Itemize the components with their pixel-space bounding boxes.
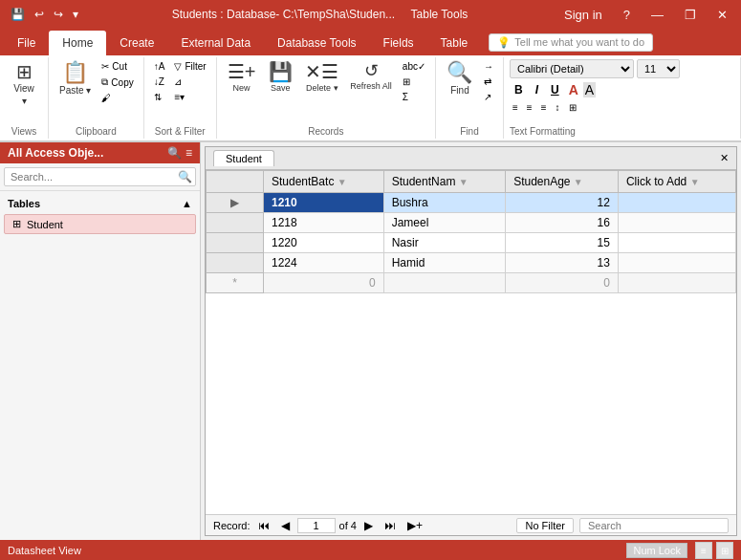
new-record-nav-button[interactable]: ▶+ (403, 518, 426, 533)
cell-age-2[interactable]: 16 (506, 213, 619, 233)
save-icon[interactable]: 💾 (8, 6, 28, 23)
table-tab-student[interactable]: Student (213, 150, 274, 166)
align-left-button[interactable]: ≡ (510, 101, 521, 114)
prev-record-button[interactable]: ◀ (277, 518, 294, 533)
cut-button[interactable]: ✂Cut (98, 59, 137, 74)
view-button[interactable]: ⊞ View ▾ (6, 59, 42, 109)
cell-add-4[interactable] (618, 253, 735, 273)
tab-database-tools[interactable]: Database Tools (264, 31, 370, 55)
tab-fields[interactable]: Fields (370, 31, 427, 55)
undo-icon[interactable]: ↩ (32, 6, 47, 23)
cell-name-1[interactable]: Bushra (383, 193, 505, 213)
tab-home[interactable]: Home (49, 31, 106, 55)
advanced-filter-button[interactable]: ≡▾ (170, 90, 209, 104)
tab-file[interactable]: File (4, 31, 49, 55)
left-panel-menu-icon[interactable]: ≡ (185, 146, 192, 160)
cell-age-4[interactable]: 13 (506, 253, 619, 273)
qa-dropdown-icon[interactable]: ▾ (70, 6, 81, 23)
toggle-filter-button[interactable]: ⊿ (170, 75, 209, 89)
row-selector-1[interactable]: ▶ (207, 193, 264, 213)
cell-age-1[interactable]: 12 (506, 193, 619, 213)
redo-icon[interactable]: ↪ (51, 6, 66, 23)
minimize-button[interactable]: — (645, 6, 669, 24)
col-header-studentbatch[interactable]: StudentBatc ▼ (264, 171, 384, 193)
font-color-button[interactable]: A (567, 82, 580, 97)
cell-add-2[interactable] (618, 213, 735, 233)
cell-add-1[interactable] (618, 193, 735, 213)
align-right-button[interactable]: ≡ (538, 101, 550, 114)
italic-button[interactable]: I (531, 80, 543, 99)
refresh-button[interactable]: ↺ Refresh All (345, 59, 397, 94)
cell-age-new[interactable]: 0 (506, 273, 619, 293)
delete-record-button[interactable]: ✕☰ Delete ▾ (300, 59, 343, 96)
last-record-button[interactable]: ⏭ (381, 518, 400, 533)
remove-sort-button[interactable]: ⇅ (150, 90, 169, 104)
highlight-button[interactable]: A (583, 82, 596, 97)
grid-view-icon[interactable]: ⊞ (716, 542, 733, 559)
cell-age-3[interactable]: 15 (506, 233, 619, 253)
gridlines-button[interactable]: ⊞ (566, 101, 579, 114)
new-record-button[interactable]: ☰+ New (223, 59, 261, 96)
table-row: 1224 Hamid 13 (207, 253, 736, 273)
select-icon: → (484, 61, 493, 72)
cell-name-3[interactable]: Nasir (383, 233, 505, 253)
no-filter-button[interactable]: No Filter (516, 518, 574, 533)
help-button[interactable]: ? (618, 6, 636, 24)
next-record-button[interactable]: ▶ (360, 518, 377, 533)
col-header-clicktoadd[interactable]: Click to Add ▼ (618, 171, 735, 193)
filter-button[interactable]: ▽ Filter (170, 59, 209, 74)
cell-name-new[interactable] (383, 273, 505, 293)
find-button[interactable]: 🔍 Find (442, 59, 478, 98)
totals-button[interactable]: Σ (399, 90, 429, 104)
copy-button[interactable]: ⧉Copy (98, 75, 137, 90)
datasheet[interactable]: StudentBatc ▼ StudentNam ▼ StudenAge ▼ C… (206, 170, 736, 514)
underline-button[interactable]: U (546, 80, 564, 99)
search-input[interactable] (579, 518, 729, 533)
first-record-button[interactable]: ⏮ (254, 518, 273, 533)
tab-table[interactable]: Table (427, 31, 482, 55)
more-records-button[interactable]: ⊞ (399, 75, 429, 89)
select-button[interactable]: → (480, 59, 497, 74)
ascending-sort-button[interactable]: ↑A (150, 59, 169, 74)
replace-button[interactable]: ⇄ (480, 75, 497, 89)
tell-me-box[interactable]: 💡 Tell me what you want to do (489, 33, 653, 52)
sign-in-button[interactable]: Sign in (558, 6, 608, 24)
tab-external-data[interactable]: External Data (167, 31, 264, 55)
list-view-icon[interactable]: ≡ (695, 542, 712, 559)
maximize-button[interactable]: ❐ (679, 6, 702, 24)
spell-check-button[interactable]: abc✓ (399, 59, 429, 74)
descending-sort-button[interactable]: ↓Z (150, 75, 169, 89)
cell-name-4[interactable]: Hamid (383, 253, 505, 273)
col-header-studentname[interactable]: StudentNam ▼ (383, 171, 505, 193)
save-record-button[interactable]: 💾 Save (262, 59, 298, 96)
close-button[interactable]: ✕ (711, 6, 733, 24)
tab-create[interactable]: Create (106, 31, 167, 55)
tables-header[interactable]: Tables ▲ (4, 195, 196, 212)
object-search-input[interactable] (4, 167, 196, 186)
font-size-select[interactable]: 11 (637, 59, 680, 78)
row-selector-3[interactable] (207, 233, 264, 253)
new-row-selector[interactable]: * (207, 273, 264, 293)
col-header-studentage[interactable]: StudenAge ▼ (506, 171, 619, 193)
table-close-icon[interactable]: ✕ (720, 152, 729, 164)
paste-button[interactable]: 📋 Paste ▾ (54, 59, 96, 98)
cell-add-new[interactable] (618, 273, 735, 293)
bold-button[interactable]: B (510, 80, 528, 99)
cell-batch-1[interactable]: 1210 (264, 193, 384, 213)
cell-batch-new[interactable]: 0 (264, 273, 384, 293)
row-selector-4[interactable] (207, 253, 264, 273)
font-family-select[interactable]: Calibri (Detail) (510, 59, 634, 78)
current-record-input[interactable] (297, 518, 336, 533)
align-center-button[interactable]: ≡ (524, 101, 535, 114)
cell-batch-2[interactable]: 1218 (264, 213, 384, 233)
format-painter-button[interactable]: 🖌 (98, 91, 137, 105)
cell-name-2[interactable]: Jameel (383, 213, 505, 233)
left-panel-search-icon[interactable]: 🔍 (167, 146, 182, 160)
cell-batch-3[interactable]: 1220 (264, 233, 384, 253)
line-spacing-button[interactable]: ↕ (553, 101, 563, 114)
cell-batch-4[interactable]: 1224 (264, 253, 384, 273)
row-selector-2[interactable] (207, 213, 264, 233)
goto-button[interactable]: ↗ (480, 90, 497, 104)
cell-add-3[interactable] (618, 233, 735, 253)
list-item-student[interactable]: ⊞ Student (4, 214, 196, 234)
